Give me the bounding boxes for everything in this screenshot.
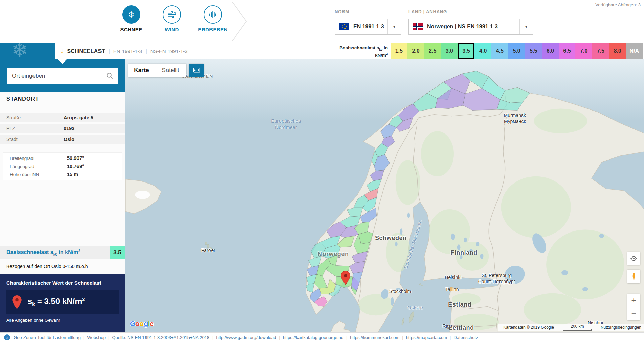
scale-cell-N/A[interactable]: N/A — [626, 43, 643, 59]
map-scale: 200 km — [563, 324, 592, 331]
separator: | — [109, 48, 110, 54]
chevron-divider — [230, 1, 250, 42]
scale-cell-7.0[interactable]: 7.0 — [575, 43, 592, 59]
table-row: StadtOslo — [0, 135, 125, 144]
footer-link[interactable]: Quelle: NS-EN 1991-1-3:2003+A1:2015+NA:2… — [112, 335, 209, 340]
scale-cell-3.5[interactable]: 3.5 — [458, 43, 475, 59]
scale-cell-2.0[interactable]: 2.0 — [407, 43, 424, 59]
map-type-karte[interactable]: Karte — [128, 64, 155, 77]
scale-cell-8.0[interactable]: 8.0 — [609, 43, 626, 59]
available-queries: Verfügbare Abfragen: 3 — [595, 2, 641, 7]
table-row: StraßeArups gate 5 — [0, 113, 125, 122]
characteristic-section: Charakteristischer Wert der Schneelast s… — [0, 274, 125, 332]
table-row: Längengrad10.769° — [3, 162, 122, 170]
sk-result-box: sk = 3.50 kN/m2 — [6, 290, 119, 314]
scale-cell-6.0[interactable]: 6.0 — [542, 43, 559, 59]
info-icon[interactable]: i — [4, 334, 10, 340]
geo-zones-tool: Verfügbare Abfragen: 3 ❄ SCHNEE WIND ERD… — [0, 0, 644, 342]
scale-cell-6.5[interactable]: 6.5 — [559, 43, 576, 59]
zoom-control: + − — [627, 294, 640, 320]
snow-icon: ❄ — [122, 5, 140, 24]
separator: | — [450, 335, 451, 340]
tab-erdbeben-label: ERDBEBEN — [193, 27, 233, 32]
norm-label: NORM — [335, 9, 349, 14]
scale-cell-4.0[interactable]: 4.0 — [474, 43, 491, 59]
google-logo[interactable]: Google — [130, 320, 153, 328]
scale-cell-4.5[interactable]: 4.5 — [491, 43, 508, 59]
norm-value: EN 1991-1-3 — [353, 24, 384, 30]
scale-cell-5.5[interactable]: 5.5 — [525, 43, 542, 59]
footer-link[interactable]: https://kartkatalog.geonorge.no — [283, 335, 343, 340]
annex-code: NS-EN 1991-1-3 — [150, 48, 188, 54]
scale-cell-5.0[interactable]: 5.0 — [508, 43, 525, 59]
map-attribution: Kartendaten © 2019 Google — [503, 325, 554, 330]
my-location-button[interactable] — [627, 252, 640, 265]
footer-links: Geo-Zonen-Tool für Lastermittlung|Websho… — [14, 335, 478, 340]
footer-link[interactable]: https://kommunekart.com — [350, 335, 399, 340]
snow-load-scale: 1.52.02.53.03.54.04.55.05.56.06.57.07.58… — [391, 43, 643, 59]
eu-flag-icon — [339, 23, 349, 30]
wind-icon — [163, 5, 181, 24]
zoom-out-button[interactable]: − — [627, 307, 640, 320]
footer-link[interactable]: http://www.gadm.org/download — [216, 335, 276, 340]
table-row: Höhe über NN15 m — [3, 170, 122, 178]
land-label: LAND | ANHANG — [408, 9, 447, 14]
tab-erdbeben[interactable]: ERDBEBEN — [193, 5, 233, 32]
footer-link[interactable]: Datenschutz — [453, 335, 478, 340]
table-row: Breitengrad59.907° — [3, 154, 122, 162]
separator: | — [212, 335, 213, 340]
scale-cell-1.5[interactable]: 1.5 — [391, 43, 407, 59]
terms-link[interactable]: Nutzungsbedingungen — [601, 325, 641, 330]
footer-link[interactable]: Geo-Zonen-Tool für Lastermittlung — [14, 335, 81, 340]
separator: | — [108, 335, 109, 340]
tab-wind[interactable]: WIND — [152, 5, 192, 32]
standort-title: STANDORT — [6, 96, 39, 102]
map-canvas[interactable]: JAN MAYENEuropäisches NordmeerMurmansk М… — [125, 59, 644, 332]
snow-load-value-badge: 3.5 — [110, 246, 125, 259]
tab-schnee-label: SCHNEE — [111, 27, 152, 32]
scale-cell-3.0[interactable]: 3.0 — [441, 43, 458, 59]
address-rows: StraßeArups gate 5 PLZ0192 StadtOslo — [0, 113, 125, 145]
scale-cell-2.5[interactable]: 2.5 — [424, 43, 441, 59]
street-view-pegman[interactable] — [627, 270, 640, 283]
separator: | — [146, 48, 147, 54]
land-dropdown[interactable]: Norwegen | NS-EN 1991-1-3 ▼ — [408, 19, 533, 35]
map-graphic — [125, 59, 644, 332]
zoom-in-button[interactable]: + — [627, 294, 640, 307]
snowflake-watermark-icon: ❄ — [12, 43, 28, 59]
footer: i Geo-Zonen-Tool für Lastermittlung|Webs… — [0, 332, 644, 342]
map-type-control: Karte Satellit — [128, 64, 186, 77]
disclaimer: Alle Angaben ohne Gewähr — [6, 318, 60, 323]
coordinates-card: Breitengrad59.907° Längengrad10.769° Höh… — [3, 153, 122, 180]
download-arrow-icon: ↓ — [60, 47, 64, 55]
footer-link[interactable]: https://mapcarta.com — [406, 335, 447, 340]
subheader: ❄ ↓ SCHNEELAST | EN 1991-1-3 | NS-EN 199… — [0, 43, 644, 59]
earthquake-icon — [204, 5, 222, 24]
characteristic-title: Charakteristischer Wert der Schneelast — [6, 280, 101, 286]
app-logo: ❄ — [0, 43, 55, 59]
search-area — [0, 59, 125, 92]
tab-schnee[interactable]: ❄ SCHNEE — [111, 5, 152, 32]
scale-bar — [563, 329, 592, 331]
scale-cell-7.5[interactable]: 7.5 — [592, 43, 609, 59]
norway-flag-icon — [413, 23, 423, 30]
search-icon[interactable] — [106, 72, 114, 81]
map-pin-icon — [6, 295, 28, 309]
location-marker[interactable] — [341, 271, 350, 286]
chevron-down-icon[interactable]: ▼ — [519, 19, 533, 34]
map-type-satellit[interactable]: Satellit — [155, 64, 186, 77]
separator: | — [402, 335, 403, 340]
separator: | — [83, 335, 84, 340]
map-extent-button[interactable] — [189, 64, 204, 77]
chevron-down-icon[interactable]: ▼ — [387, 19, 401, 34]
norm-dropdown[interactable]: EN 1991-1-3 ▼ — [335, 19, 401, 35]
basisschneelast-label: Basisschneelast sk0 in kN/m2 — [0, 249, 80, 256]
sk-value: sk = 3.50 kN/m2 — [28, 297, 85, 307]
footer-link[interactable]: Webshop — [87, 335, 106, 340]
scale-title: Basisschneelast sk0 in kN/m2 — [339, 45, 388, 59]
tab-wind-label: WIND — [152, 27, 192, 32]
schneelast-title: SCHNEELAST — [67, 48, 105, 54]
search-input[interactable] — [7, 68, 118, 84]
table-row: PLZ0192 — [0, 124, 125, 133]
separator: | — [346, 335, 347, 340]
